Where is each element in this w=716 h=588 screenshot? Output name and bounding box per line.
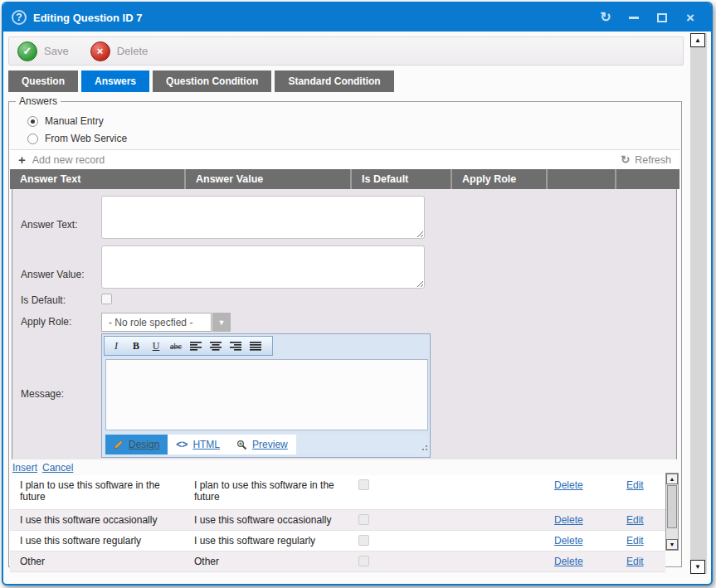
is-default-checkbox[interactable] (101, 294, 112, 304)
html-tab[interactable]: <> HTML (168, 435, 228, 454)
maximize-button[interactable] (655, 10, 670, 25)
maximize-icon (657, 13, 667, 22)
italic-button[interactable]: I (107, 338, 125, 353)
apply-role-select[interactable]: - No role specfied - ▼ (101, 313, 231, 332)
magnifier-icon (236, 440, 247, 450)
pencil-icon (114, 440, 124, 450)
radio-selected-icon (27, 116, 38, 127)
grid-header: Answer Text Answer Value Is Default Appl… (10, 169, 679, 189)
cell-apply-role (447, 531, 541, 551)
html-tab-label: HTML (192, 439, 220, 450)
align-right-button[interactable] (226, 338, 245, 353)
cell-answer-value: I use this software regularly (184, 531, 348, 551)
design-tab[interactable]: Design (105, 435, 168, 454)
plus-icon: + (18, 153, 26, 167)
delete-link[interactable]: Delete (554, 479, 583, 491)
align-left-icon (190, 342, 202, 351)
answer-value-input[interactable] (101, 245, 425, 289)
justify-icon (250, 342, 261, 351)
cell-delete: Delete (541, 552, 608, 571)
tab-standard-condition[interactable]: Standard Condition (275, 70, 393, 92)
cell-edit: Edit (608, 475, 665, 509)
cell-delete: Delete (541, 510, 608, 530)
column-header-answer-text[interactable]: Answer Text (10, 169, 184, 189)
save-button[interactable]: ✓ Save (17, 41, 69, 61)
delete-link[interactable]: Delete (554, 535, 583, 547)
preview-tab-label: Preview (252, 439, 288, 450)
help-icon[interactable]: ? (12, 10, 27, 25)
grid-scrollbar[interactable]: ▲ ▼ (665, 473, 679, 551)
edit-link[interactable]: Edit (626, 535, 644, 547)
tab-question[interactable]: Question (8, 70, 78, 92)
grid-rows: I plan to use this software in the futur… (10, 475, 665, 572)
radio-manual-entry[interactable]: Manual Entry (27, 115, 104, 127)
tab-question-condition[interactable]: Question Condition (153, 70, 271, 92)
minimize-button[interactable] (626, 10, 641, 25)
cell-answer-text: Other (10, 552, 184, 571)
tab-answers[interactable]: Answers (81, 70, 149, 92)
window-scroll-up-icon[interactable]: ▲ (690, 33, 705, 47)
titlebar[interactable]: ? Editing Question ID 7 ↻ × (3, 3, 711, 32)
insert-link[interactable]: Insert (12, 462, 37, 474)
close-button[interactable]: × (683, 10, 698, 25)
table-row: I use this software occasionally I use t… (10, 510, 665, 531)
resize-gripper-icon[interactable] (422, 449, 424, 450)
window-scroll-down-icon[interactable]: ▼ (690, 560, 705, 574)
cell-edit: Edit (608, 510, 665, 530)
cell-delete: Delete (541, 475, 608, 509)
editor-mode-bar: Design <> HTML Preview (105, 435, 428, 454)
align-left-button[interactable] (187, 338, 205, 353)
column-header-answer-value[interactable]: Answer Value (186, 169, 350, 189)
preview-tab[interactable]: Preview (228, 435, 296, 454)
minimize-icon (629, 17, 639, 19)
delete-link[interactable]: Delete (554, 514, 583, 526)
column-header-is-default[interactable]: Is Default (352, 169, 451, 189)
justify-button[interactable] (246, 338, 265, 353)
radio-unselected-icon (27, 134, 38, 144)
editor-toolbar: I B U abc (104, 336, 273, 356)
add-new-record-label: Add new record (32, 154, 105, 166)
editor-content-area[interactable] (105, 359, 428, 430)
edit-link[interactable]: Edit (626, 479, 644, 491)
add-new-record-button[interactable]: + Add new record (18, 153, 105, 167)
strikethrough-button[interactable]: abc (167, 338, 185, 353)
bold-button[interactable]: B (127, 338, 145, 353)
align-center-button[interactable] (207, 338, 225, 353)
cancel-link[interactable]: Cancel (42, 462, 73, 474)
align-right-icon (230, 342, 241, 351)
row-checkbox (358, 535, 369, 546)
radio-from-web-service[interactable]: From Web Service (27, 133, 127, 144)
radio-manual-entry-label: Manual Entry (45, 115, 104, 127)
cell-is-default (348, 552, 447, 571)
window-refresh-icon[interactable]: ↻ (598, 10, 613, 25)
window-scrollbar[interactable]: ▲ ▼ (690, 33, 707, 574)
window-title: Editing Question ID 7 (33, 12, 142, 24)
column-header-apply-role[interactable]: Apply Role (452, 169, 546, 189)
dropdown-arrow-icon[interactable]: ▼ (212, 313, 231, 332)
edit-link[interactable]: Edit (626, 514, 644, 526)
window-controls: ↻ × (598, 10, 703, 25)
screen: ? Editing Question ID 7 ↻ × ✓ Save × Del… (0, 0, 716, 588)
answer-text-input[interactable] (101, 196, 425, 239)
table-row: I use this software regularly I use this… (10, 531, 665, 552)
cell-answer-value: I plan to use this software in the futur… (184, 475, 348, 509)
row-checkbox (358, 556, 369, 566)
cell-apply-role (447, 510, 541, 530)
underline-button[interactable]: U (147, 338, 165, 353)
table-row: I plan to use this software in the futur… (10, 475, 665, 510)
save-check-icon: ✓ (17, 41, 37, 61)
refresh-label: Refresh (635, 154, 671, 166)
refresh-button[interactable]: ↻ Refresh (621, 153, 671, 166)
edit-link[interactable]: Edit (626, 556, 644, 567)
column-header-empty-2 (616, 169, 679, 189)
cell-delete: Delete (541, 531, 608, 551)
answers-groupbox: Answers Manual Entry From Web Service + … (8, 101, 682, 567)
scroll-up-icon[interactable]: ▲ (666, 474, 678, 484)
delete-link[interactable]: Delete (554, 556, 583, 567)
scrollbar-thumb[interactable] (667, 485, 677, 528)
delete-button[interactable]: × Delete (90, 41, 149, 61)
scroll-down-icon[interactable]: ▼ (666, 539, 678, 550)
answer-text-label: Answer Text: (21, 219, 77, 231)
insert-form: Answer Text: Answer Value: Is Default: A… (12, 189, 677, 459)
groupbox-legend: Answers (16, 95, 61, 107)
